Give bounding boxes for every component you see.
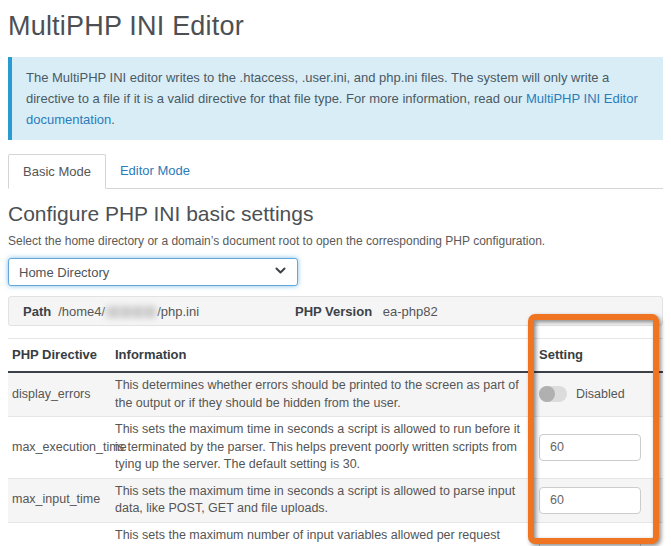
- home-directory-select[interactable]: Home Directory: [8, 258, 298, 286]
- directive-information: This determines whether errors should be…: [107, 372, 531, 417]
- column-header-setting: Setting: [531, 339, 663, 373]
- directive-setting-cell: [531, 522, 663, 546]
- column-header-information: Information: [107, 339, 531, 373]
- notice-text: The MultiPHP INI editor writes to the .h…: [26, 70, 609, 106]
- select-value: Home Directory: [19, 265, 274, 280]
- redacted-username: [105, 306, 157, 318]
- directive-name: max_execution_time: [8, 417, 107, 479]
- multiphp-ini-editor-page: MultiPHP INI Editor The MultiPHP INI edi…: [0, 11, 671, 546]
- directives-table: PHP Directive Information Setting displa…: [8, 338, 663, 546]
- display_errors-toggle[interactable]: [539, 386, 567, 402]
- directive-name: max_input_vars: [8, 522, 107, 546]
- table-row: max_input_varsThis sets the maximum numb…: [8, 522, 663, 546]
- chevron-down-icon: [274, 264, 287, 280]
- max_input_time-input[interactable]: [539, 487, 641, 514]
- table-row: max_input_timeThis sets the maximum time…: [8, 478, 663, 522]
- tab-basic-mode[interactable]: Basic Mode: [8, 154, 106, 189]
- path-group: Path /home4//php.ini: [23, 304, 295, 319]
- notice-text-end: .: [111, 112, 115, 127]
- tab-editor-mode[interactable]: Editor Mode: [106, 154, 204, 188]
- max_input_vars-input[interactable]: [539, 539, 641, 546]
- path-bar: Path /home4//php.ini PHP Version ea-php8…: [8, 296, 663, 326]
- directive-setting-cell: [531, 478, 663, 522]
- directive-name: max_input_time: [8, 478, 107, 522]
- path-value: /home4//php.ini: [58, 304, 199, 319]
- mode-tabs: Basic Mode Editor Mode: [8, 154, 663, 189]
- directive-setting-cell: Disabled: [531, 372, 663, 417]
- toggle-knob: [539, 386, 555, 402]
- page-title: MultiPHP INI Editor: [8, 11, 663, 42]
- directive-name: display_errors: [8, 372, 107, 417]
- directive-information: This sets the maximum number of input va…: [107, 522, 531, 546]
- php-version-label: PHP Version: [295, 304, 372, 319]
- section-description: Select the home directory or a domain’s …: [8, 234, 663, 248]
- table-row: max_execution_timeThis sets the maximum …: [8, 417, 663, 479]
- info-notice: The MultiPHP INI editor writes to the .h…: [8, 57, 663, 140]
- php-version-group: PHP Version ea-php82: [295, 304, 438, 319]
- column-header-php-directive: PHP Directive: [8, 339, 107, 373]
- toggle-state-label: Disabled: [576, 387, 625, 401]
- directive-setting-cell: [531, 417, 663, 479]
- max_execution_time-input[interactable]: [539, 434, 641, 461]
- directive-information: This sets the maximum time in seconds a …: [107, 417, 531, 479]
- path-label: Path: [23, 304, 51, 319]
- directives-tbody: display_errorsThis determines whether er…: [8, 372, 663, 546]
- php-version-value: ea-php82: [383, 304, 438, 319]
- table-row: display_errorsThis determines whether er…: [8, 372, 663, 417]
- directive-information: This sets the maximum time in seconds a …: [107, 478, 531, 522]
- section-heading: Configure PHP INI basic settings: [8, 202, 663, 226]
- table-header-row: PHP Directive Information Setting: [8, 339, 663, 373]
